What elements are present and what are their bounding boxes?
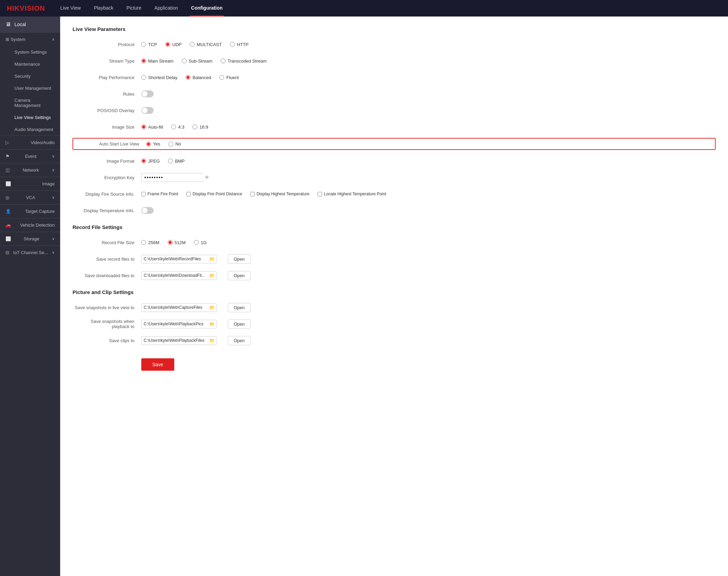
nav-application[interactable]: Application — [153, 0, 179, 17]
perf-shortest[interactable]: Shortest Delay — [141, 75, 177, 80]
sidebar-item-system-settings[interactable]: System Settings — [0, 46, 60, 58]
picture-clip-settings-title: Picture and Clip Settings — [73, 289, 716, 295]
checkbox-highest-temp[interactable]: Display Highest Temperature — [250, 192, 309, 196]
image-format-row: Image Format JPEG BMP — [73, 155, 716, 166]
nav-configuration[interactable]: Configuration — [190, 0, 224, 17]
record-file-size-row: Record File Size 256M 512M 1G — [73, 237, 716, 248]
image-format-label: Image Format — [73, 159, 141, 164]
save-snapshots-live-input[interactable] — [142, 304, 208, 311]
sidebar-vca-header[interactable]: ◎ VCA ∨ — [0, 191, 60, 204]
protocol-multicast[interactable]: MULTICAST — [190, 42, 222, 47]
format-jpeg[interactable]: JPEG — [141, 159, 160, 164]
protocol-controls: TCP UDP MULTICAST HTTP — [141, 42, 249, 47]
sidebar-item-security[interactable]: Security — [0, 70, 60, 82]
sidebar-videoaudio-header[interactable]: ▷ Video/Audio — [0, 136, 60, 149]
auto-start-controls: Yes No — [146, 141, 181, 146]
stream-type-row: Stream Type Main Stream Sub-Stream Trans… — [73, 55, 716, 66]
auto-start-yes[interactable]: Yes — [146, 141, 160, 146]
nav-playback[interactable]: Playback — [92, 0, 115, 17]
sidebar-item-maintenance[interactable]: Maintenance — [0, 58, 60, 70]
stream-sub[interactable]: Sub-Stream — [182, 58, 212, 64]
perf-fluent[interactable]: Fluent — [219, 75, 239, 80]
save-clips-open-btn[interactable]: Open — [228, 336, 251, 345]
sidebar-image-header[interactable]: ⬜ Image — [0, 177, 60, 191]
encryption-key-field[interactable]: 👁 — [141, 173, 203, 182]
auto-start-no[interactable]: No — [168, 141, 181, 146]
sidebar-section-targetcapture: 👤 Target Capture — [0, 204, 60, 218]
sidebar-section-vca: ◎ VCA ∨ — [0, 191, 60, 204]
perf-balanced[interactable]: Balanced — [186, 75, 211, 80]
folder-icon-4[interactable]: 📁 — [208, 320, 217, 328]
save-snapshots-live-row: Save snapshots in live view to 📁 Open — [73, 302, 716, 313]
vehicledetection-icon: 🚗 — [5, 222, 11, 228]
save-snapshots-playback-path[interactable]: 📁 — [141, 320, 217, 328]
display-fire-source-row: Display Fire Source Info. Frame Fire Poi… — [73, 188, 716, 199]
size-256m[interactable]: 256M — [141, 240, 159, 245]
save-snapshots-playback-controls: 📁 Open — [141, 319, 251, 329]
event-label: Event — [25, 154, 36, 159]
size-4-3[interactable]: 4:3 — [171, 124, 184, 130]
display-temp-info-toggle[interactable] — [141, 207, 154, 214]
sidebar-network-header[interactable]: ◫ Network ∨ — [0, 163, 60, 177]
checkbox-locate-highest-temp[interactable]: Locate Highest Temperature Point — [318, 192, 386, 196]
sidebar-storage-header[interactable]: ⬜ Storage ∨ — [0, 232, 60, 246]
sidebar-iotchannel-header[interactable]: ⊟ IoT Channel Se... ∨ — [0, 246, 60, 259]
folder-icon-5[interactable]: 📁 — [208, 337, 217, 345]
size-autofill[interactable]: Auto-fill — [141, 124, 163, 130]
sidebar-vehicledetection-header[interactable]: 🚗 Vehicle Detection — [0, 218, 60, 232]
record-file-size-label: Record File Size — [73, 240, 141, 245]
sidebar-item-live-view-settings[interactable]: Live View Settings — [0, 111, 60, 123]
protocol-http[interactable]: HTTP — [230, 42, 249, 47]
save-downloaded-files-open-btn[interactable]: Open — [228, 271, 251, 280]
folder-icon[interactable]: 📁 — [208, 255, 217, 263]
system-header-left: ⊞ System — [5, 37, 25, 42]
sidebar-event-header[interactable]: ⚑ Event ∨ — [0, 150, 60, 163]
nav-picture[interactable]: Picture — [125, 0, 143, 17]
sidebar-targetcapture-header[interactable]: 👤 Target Capture — [0, 205, 60, 218]
pos-osd-toggle[interactable] — [141, 107, 154, 114]
folder-icon-2[interactable]: 📁 — [208, 272, 217, 280]
image-size-row: Image Size Auto-fill 4:3 16:9 — [73, 121, 716, 132]
iotchannel-icon: ⊟ — [5, 250, 9, 255]
format-bmp[interactable]: BMP — [168, 159, 185, 164]
protocol-tcp[interactable]: TCP — [141, 42, 157, 47]
stream-main[interactable]: Main Stream — [141, 58, 174, 64]
sidebar-item-audio-management[interactable]: Audio Management — [0, 123, 60, 135]
checkbox-frame-fire-point[interactable]: Frame Fire Point — [141, 192, 178, 196]
save-snapshots-playback-open-btn[interactable]: Open — [228, 319, 251, 329]
sidebar-local[interactable]: 🖥 Local — [0, 17, 60, 32]
save-snapshots-live-label: Save snapshots in live view to — [73, 305, 141, 310]
size-16-9[interactable]: 16:9 — [192, 124, 208, 130]
save-record-files-path[interactable]: 📁 — [141, 255, 217, 263]
protocol-udp[interactable]: UDP — [165, 42, 181, 47]
rules-toggle[interactable] — [141, 90, 154, 97]
save-clips-path[interactable]: 📁 — [141, 336, 217, 345]
eye-icon[interactable]: 👁 — [205, 175, 209, 180]
network-icon: ◫ — [5, 167, 10, 173]
save-button[interactable]: Save — [141, 358, 174, 371]
system-label: System — [11, 37, 25, 42]
save-record-files-row: Save record files to 📁 Open — [73, 253, 716, 264]
stream-transcoded[interactable]: Transcoded Stream — [221, 58, 267, 64]
save-snapshots-playback-input[interactable] — [142, 320, 208, 328]
save-downloaded-files-path[interactable]: 📁 — [141, 271, 217, 280]
save-downloaded-files-input[interactable] — [142, 272, 208, 279]
save-record-files-input[interactable] — [142, 255, 208, 263]
logo-vision: VISION — [20, 4, 45, 12]
encryption-key-input[interactable] — [144, 175, 205, 180]
save-snapshots-live-path[interactable]: 📁 — [141, 303, 217, 312]
main-content: Live View Parameters Protocol TCP UDP MU… — [60, 17, 728, 576]
save-record-files-open-btn[interactable]: Open — [228, 254, 251, 264]
save-snapshots-live-open-btn[interactable]: Open — [228, 303, 251, 312]
size-512m[interactable]: 512M — [168, 240, 186, 245]
sidebar-item-camera-management[interactable]: Camera Management — [0, 94, 60, 111]
size-1g[interactable]: 1G — [194, 240, 207, 245]
checkbox-fire-point-distance[interactable]: Display Fire Point Distance — [186, 192, 242, 196]
save-clips-input[interactable] — [142, 337, 208, 344]
sidebar-item-user-management[interactable]: User Management — [0, 82, 60, 94]
play-performance-controls: Shortest Delay Balanced Fluent — [141, 75, 239, 80]
nav-live-view[interactable]: Live View — [59, 0, 82, 17]
sidebar-system-header[interactable]: ⊞ System ∧ — [0, 33, 60, 46]
folder-icon-3[interactable]: 📁 — [208, 304, 217, 312]
save-record-files-label: Save record files to — [73, 257, 141, 262]
